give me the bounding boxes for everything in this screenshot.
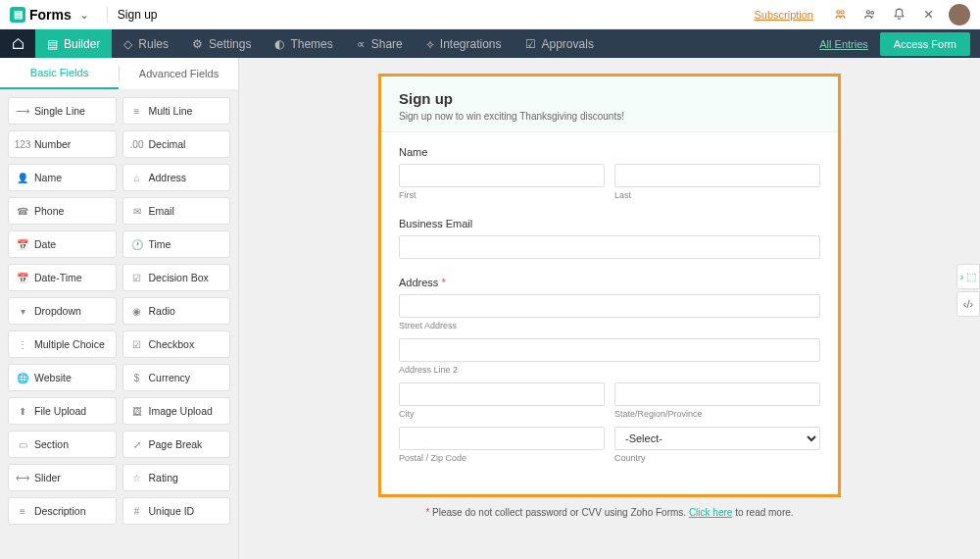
field-rating[interactable]: ☆Rating bbox=[122, 464, 231, 491]
line2-input[interactable] bbox=[399, 338, 820, 362]
builder-icon: ▤ bbox=[47, 37, 58, 51]
field-description[interactable]: ≡Description bbox=[8, 497, 117, 525]
field-checkbox[interactable]: ☑Checkbox bbox=[122, 330, 231, 358]
field-number[interactable]: 123Number bbox=[8, 130, 117, 158]
field-single-line[interactable]: ⟶Single Line bbox=[8, 97, 117, 125]
field-label: Website bbox=[34, 372, 72, 383]
field-icon: ☆ bbox=[131, 472, 143, 483]
org-icon[interactable] bbox=[830, 5, 850, 25]
field-label: Date-Time bbox=[34, 272, 82, 283]
address-label: Address * bbox=[399, 277, 820, 288]
nav-rules[interactable]: ◇Rules bbox=[112, 29, 180, 58]
subscription-link[interactable]: Subscription bbox=[754, 9, 813, 21]
fields-sidebar: Basic Fields Advanced Fields ⟶Single Lin… bbox=[0, 58, 239, 559]
field-label: Currency bbox=[149, 372, 191, 383]
nav-share[interactable]: ∝Share bbox=[345, 29, 415, 58]
field-multiple-choice[interactable]: ⋮Multiple Choice bbox=[8, 330, 117, 358]
field-name[interactable]: 👤Name bbox=[8, 164, 117, 191]
field-address[interactable]: ⌂Address bbox=[122, 164, 231, 191]
field-label: Decimal bbox=[149, 138, 186, 150]
nav-integrations[interactable]: ⟡Integrations bbox=[415, 29, 514, 58]
postal-input[interactable] bbox=[399, 427, 605, 450]
tab-advanced-fields[interactable]: Advanced Fields bbox=[120, 58, 238, 89]
integrations-icon: ⟡ bbox=[426, 37, 434, 51]
field-decision-box[interactable]: ☑Decision Box bbox=[122, 264, 231, 291]
street-input[interactable] bbox=[399, 294, 820, 318]
tab-basic-fields[interactable]: Basic Fields bbox=[0, 58, 119, 89]
field-icon: 👤 bbox=[17, 172, 28, 183]
field-section[interactable]: ▭Section bbox=[8, 431, 117, 458]
last-sublabel: Last bbox=[614, 190, 820, 200]
field-currency[interactable]: $Currency bbox=[122, 364, 231, 391]
field-label: Time bbox=[149, 238, 172, 250]
rules-icon: ◇ bbox=[123, 37, 132, 51]
notice-link[interactable]: Click here bbox=[689, 507, 732, 518]
forms-icon: ▤ bbox=[10, 7, 25, 23]
field-label: Unique ID bbox=[149, 505, 195, 517]
field-unique-id[interactable]: #Unique ID bbox=[122, 497, 231, 525]
brand-name: Forms bbox=[29, 7, 72, 23]
state-input[interactable] bbox=[614, 382, 820, 406]
brand[interactable]: ▤ Forms bbox=[10, 7, 72, 23]
field-icon: ✉ bbox=[131, 205, 143, 217]
field-decimal[interactable]: .00Decimal bbox=[122, 130, 231, 158]
field-image-upload[interactable]: 🖼Image Upload bbox=[122, 397, 231, 425]
field-icon: ◉ bbox=[131, 305, 143, 317]
field-icon: ⟷ bbox=[17, 472, 28, 483]
city-input[interactable] bbox=[399, 382, 605, 406]
field-dropdown[interactable]: ▾Dropdown bbox=[8, 297, 117, 325]
chevron-down-icon[interactable]: ⌄ bbox=[79, 8, 89, 22]
svg-point-3 bbox=[870, 12, 873, 15]
field-website[interactable]: 🌐Website bbox=[8, 364, 117, 391]
field-email[interactable]: ✉Email bbox=[122, 197, 231, 225]
field-slider[interactable]: ⟷Slider bbox=[8, 464, 117, 491]
access-form-button[interactable]: Access Form bbox=[880, 32, 970, 56]
code-toggle[interactable]: ‹/› bbox=[956, 291, 980, 317]
themes-icon: ◐ bbox=[274, 37, 284, 51]
field-icon: ☎ bbox=[17, 205, 28, 217]
breadcrumb[interactable]: Sign up bbox=[118, 8, 158, 22]
field-icon: ☑ bbox=[131, 272, 143, 283]
home-button[interactable] bbox=[0, 29, 35, 58]
field-date-time[interactable]: 📅Date-Time bbox=[8, 264, 117, 291]
field-icon: 123 bbox=[17, 138, 28, 150]
field-label: Phone bbox=[34, 205, 64, 217]
field-phone[interactable]: ☎Phone bbox=[8, 197, 117, 225]
field-file-upload[interactable]: ⬆File Upload bbox=[8, 397, 117, 425]
field-icon: ≡ bbox=[17, 505, 28, 517]
field-label: Slider bbox=[34, 472, 61, 483]
field-label: Radio bbox=[149, 305, 175, 317]
nav-approvals[interactable]: ☑Approvals bbox=[514, 29, 606, 58]
field-label: Page Break bbox=[149, 438, 203, 450]
nav-settings[interactable]: ⚙Settings bbox=[180, 29, 263, 58]
field-radio[interactable]: ◉Radio bbox=[122, 297, 231, 325]
field-multi-line[interactable]: ≡Multi Line bbox=[122, 97, 231, 125]
avatar[interactable] bbox=[949, 4, 970, 25]
field-label: Description bbox=[34, 505, 86, 517]
preview-toggle[interactable]: › ⬚ bbox=[956, 264, 980, 289]
nav-themes[interactable]: ◐Themes bbox=[263, 29, 344, 58]
field-icon: ⤢ bbox=[131, 438, 143, 450]
field-icon: $ bbox=[131, 372, 143, 383]
all-entries-link[interactable]: All Entries bbox=[819, 38, 868, 50]
form-subtitle: Sign up now to win exciting Thanksgiving… bbox=[399, 111, 820, 122]
field-icon: 📅 bbox=[17, 238, 28, 250]
field-page-break[interactable]: ⤢Page Break bbox=[122, 431, 231, 458]
nav-builder[interactable]: ▤Builder bbox=[35, 29, 112, 58]
field-label: Multiple Choice bbox=[34, 338, 105, 350]
field-label: Date bbox=[34, 238, 56, 250]
field-icon: ▾ bbox=[17, 305, 28, 317]
field-icon: ≡ bbox=[131, 105, 143, 117]
field-icon: ⬆ bbox=[17, 405, 28, 417]
country-select[interactable]: -Select- bbox=[614, 427, 820, 450]
last-name-input[interactable] bbox=[614, 164, 820, 187]
field-label: Multi Line bbox=[149, 105, 193, 117]
field-icon: ⌂ bbox=[131, 172, 143, 183]
bell-icon[interactable] bbox=[889, 5, 908, 25]
first-name-input[interactable] bbox=[399, 164, 605, 187]
users-icon[interactable] bbox=[859, 5, 879, 25]
field-date[interactable]: 📅Date bbox=[8, 230, 117, 258]
field-time[interactable]: 🕐Time bbox=[122, 230, 231, 258]
email-input[interactable] bbox=[399, 235, 820, 259]
tools-icon[interactable] bbox=[918, 5, 938, 25]
